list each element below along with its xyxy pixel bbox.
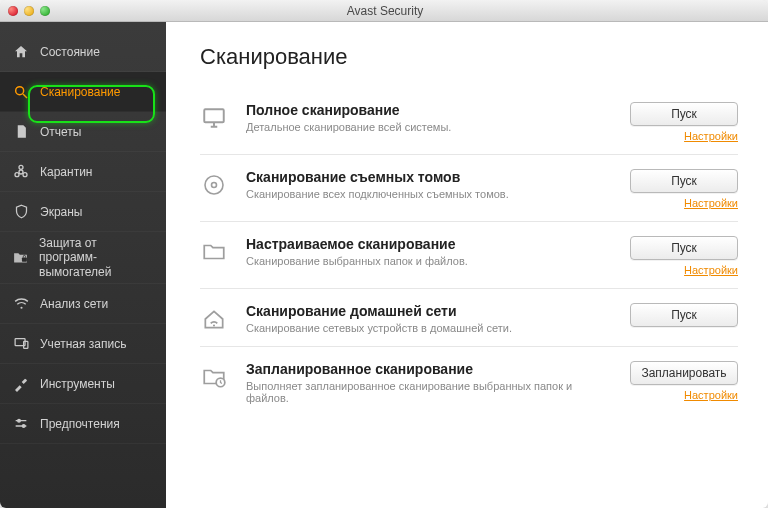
zoom-icon[interactable]	[40, 6, 50, 16]
sidebar-item-tools[interactable]: Инструменты	[0, 364, 166, 404]
scan-row-full: Полное сканирование Детальное сканирован…	[200, 88, 738, 155]
sidebar-item-label: Экраны	[40, 205, 82, 219]
svg-point-2	[19, 170, 23, 174]
sidebar-item-label: Инструменты	[40, 377, 115, 391]
sidebar-item-label: Отчеты	[40, 125, 81, 139]
scan-row-network: Сканирование домашней сети Сканирование …	[200, 289, 738, 347]
sidebar-item-label: Защита от программ-вымогателей	[39, 236, 154, 279]
sidebar-item-label: Предпочтения	[40, 417, 120, 431]
document-icon	[12, 123, 30, 141]
svg-rect-14	[204, 109, 224, 122]
tools-icon	[12, 375, 30, 393]
schedule-button[interactable]: Запланировать	[630, 361, 738, 385]
scan-row-removable: Сканирование съемных томов Сканирование …	[200, 155, 738, 222]
traffic-lights	[8, 6, 50, 16]
run-button[interactable]: Пуск	[630, 102, 738, 126]
svg-point-11	[18, 419, 21, 422]
settings-link[interactable]: Настройки	[684, 130, 738, 142]
scan-desc: Выполняет запланированное сканирование в…	[246, 380, 608, 404]
svg-line-1	[23, 94, 27, 98]
svg-point-3	[19, 165, 23, 169]
folder-clock-icon	[200, 363, 228, 391]
svg-point-17	[205, 176, 223, 194]
sidebar-item-quarantine[interactable]: Карантин	[0, 152, 166, 192]
run-button[interactable]: Пуск	[630, 236, 738, 260]
app-window: Avast Security Состояние Сканирование	[0, 0, 768, 508]
sidebar-item-label: Анализ сети	[40, 297, 108, 311]
window-title: Avast Security	[50, 4, 720, 18]
settings-link[interactable]: Настройки	[684, 264, 738, 276]
scan-desc: Детальное сканирование всей системы.	[246, 121, 608, 133]
monitor-icon	[200, 104, 228, 132]
svg-rect-9	[23, 341, 27, 348]
sidebar-item-label: Сканирование	[40, 85, 120, 99]
scan-row-scheduled: Запланированное сканирование Выполняет з…	[200, 347, 738, 416]
shield-icon	[12, 203, 30, 221]
sidebar-item-reports[interactable]: Отчеты	[0, 112, 166, 152]
home-wifi-icon	[200, 305, 228, 333]
scan-title: Настраиваемое сканирование	[246, 236, 608, 252]
sidebar-item-shields[interactable]: Экраны	[0, 192, 166, 232]
scan-title: Сканирование съемных томов	[246, 169, 608, 185]
svg-point-0	[16, 86, 24, 94]
sidebar-item-label: Состояние	[40, 45, 100, 59]
home-icon	[12, 43, 30, 61]
scan-title: Полное сканирование	[246, 102, 608, 118]
wifi-lock-icon	[12, 295, 30, 313]
settings-link[interactable]: Настройки	[684, 389, 738, 401]
sidebar-item-label: Карантин	[40, 165, 92, 179]
svg-rect-6	[22, 258, 27, 262]
svg-point-13	[22, 424, 25, 427]
scan-desc: Сканирование сетевых устройств в домашне…	[246, 322, 608, 334]
sidebar-item-label: Учетная запись	[40, 337, 126, 351]
scan-title: Сканирование домашней сети	[246, 303, 608, 319]
minimize-icon[interactable]	[24, 6, 34, 16]
titlebar: Avast Security	[0, 0, 768, 22]
page-title: Сканирование	[200, 44, 738, 70]
scan-desc: Сканирование выбранных папок и файлов.	[246, 255, 608, 267]
folder-lock-icon	[12, 249, 29, 267]
biohazard-icon	[12, 163, 30, 181]
sidebar-item-status[interactable]: Состояние	[0, 32, 166, 72]
svg-point-4	[15, 172, 19, 176]
settings-link[interactable]: Настройки	[684, 197, 738, 209]
sidebar: Состояние Сканирование Отчеты Карантин	[0, 22, 166, 508]
sidebar-item-ransomware[interactable]: Защита от программ-вымогателей	[0, 232, 166, 284]
svg-point-5	[23, 172, 27, 176]
run-button[interactable]: Пуск	[630, 303, 738, 327]
devices-icon	[12, 335, 30, 353]
scan-desc: Сканирование всех подключенных съемных т…	[246, 188, 608, 200]
run-button[interactable]: Пуск	[630, 169, 738, 193]
sidebar-item-account[interactable]: Учетная запись	[0, 324, 166, 364]
close-icon[interactable]	[8, 6, 18, 16]
main-content: Сканирование Полное сканирование Детальн…	[166, 22, 768, 508]
scan-title: Запланированное сканирование	[246, 361, 608, 377]
sidebar-item-wifi[interactable]: Анализ сети	[0, 284, 166, 324]
sidebar-item-scan[interactable]: Сканирование	[0, 72, 166, 112]
sidebar-item-prefs[interactable]: Предпочтения	[0, 404, 166, 444]
sliders-icon	[12, 415, 30, 433]
svg-point-7	[20, 307, 22, 309]
scan-row-custom: Настраиваемое сканирование Сканирование …	[200, 222, 738, 289]
svg-point-18	[212, 183, 217, 188]
folder-icon	[200, 238, 228, 266]
disc-icon	[200, 171, 228, 199]
svg-point-19	[213, 324, 215, 326]
search-icon	[12, 83, 30, 101]
